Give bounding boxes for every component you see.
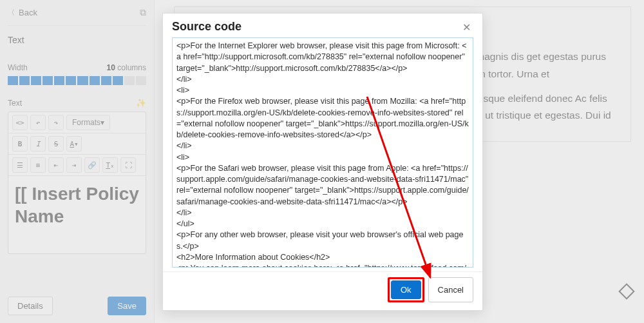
close-icon[interactable]: ✕ (460, 20, 473, 35)
ok-button[interactable]: Ok (391, 280, 421, 299)
source-code-modal: Source code ✕ Ok Cancel (162, 13, 483, 311)
cancel-button[interactable]: Cancel (428, 277, 473, 302)
modal-title: Source code (172, 20, 242, 34)
annotation-highlight: Ok (388, 277, 424, 302)
source-code-textarea[interactable] (172, 37, 473, 268)
